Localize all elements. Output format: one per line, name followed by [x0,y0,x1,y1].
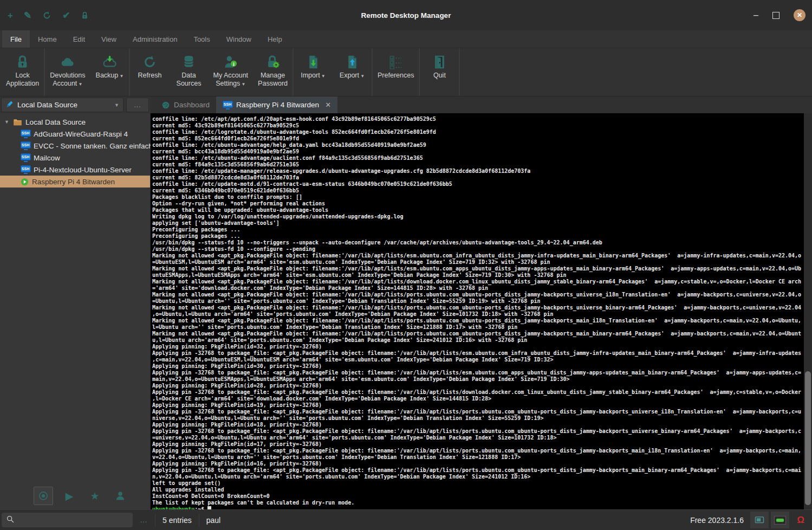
terminal-line: Marking not allowed <apt_pkg.PackageFile… [152,305,804,311]
terminal-line: Marking not allowed <apt_pkg.PackageFile… [152,292,804,298]
maximize-button[interactable] [772,12,779,19]
ssh-monitor-icon: SSH [223,101,232,109]
terminal-line: conffile line: /etc/apt/apt.conf.d/20apt… [152,116,804,122]
tree-item-mailcow[interactable]: SSHMailcow [0,152,150,164]
record-button[interactable] [34,487,53,505]
lock-icon [15,55,30,69]
sidebar: ▼Local Data SourceSSHAdGuard-WireGuard-R… [0,113,151,509]
terminal-line: ,o=Ubuntu,l=Ubuntu arch='arm64' site='po… [152,311,804,318]
manage-password-button[interactable]: Manage Password [253,48,293,96]
scrollbar-thumb[interactable] [805,371,811,505]
tab-close-icon[interactable]: ✕ [325,101,331,109]
terminal-line: Applying pinning: PkgFilePin(id=30, prio… [152,363,804,370]
expander-icon[interactable]: ▼ [4,119,10,125]
tab-bar: DashboardSSHRaspberry Pi 4 Bitwarden✕ [151,96,812,113]
ssh-terminal[interactable]: conffile line: /etc/apt/apt.conf.d/20apt… [151,113,804,509]
edit-entry-icon[interactable]: ✎ [24,11,31,20]
chevron-down-icon: ▼ [77,82,82,87]
menu-file[interactable]: File [2,30,30,48]
tree-item-raspberry-pi-4-bitwarden[interactable]: Raspberry Pi 4 Bitwarden [0,176,150,188]
quit-button[interactable]: Quit [420,48,459,96]
refresh-icon[interactable] [42,11,51,20]
titlebar: +✎✔ Remote Desktop Manager – ✕ [0,0,812,30]
backup-button[interactable]: Backup ▼ [90,48,129,96]
terminal-scrollbar[interactable] [804,113,812,509]
terminal-line: Applying pin -32768 to package_file: <ap… [152,350,804,357]
data-source-more-button[interactable]: ... [126,98,149,112]
status-green-bar-icon [774,516,786,525]
tab-dashboard[interactable]: Dashboard [155,96,216,113]
preferences-button[interactable]: Preferences [373,48,419,96]
status-indicator-button[interactable] [771,512,789,528]
menu-help[interactable]: Help [259,30,290,48]
magnet-icon-button[interactable]: Ω [791,512,810,528]
lock-icon[interactable] [81,11,89,20]
search-input[interactable] [15,515,120,525]
terminal-line: Preconfiguring packages ... [152,233,804,240]
chevron-down-icon: ▼ [118,74,124,79]
terminal-line: v=22.04,o=Ubuntu,l=Ubuntu arch='' site='… [152,454,804,461]
app-window: +✎✔ Remote Desktop Manager – ✕ FileHomeE… [0,0,812,530]
terminal-line: Applying pinning: PkgFilePin(id=19, prio… [152,402,804,409]
close-button[interactable]: ✕ [794,9,805,21]
terminal-line: =universe,v=22.04,o=Ubuntu,l=Ubuntu arch… [152,435,804,441]
titlebar-quick-actions: +✎✔ [0,11,89,20]
minimize-button[interactable]: – [753,11,758,20]
menu-window[interactable]: Window [218,30,259,48]
terminal-line: Packages blacklist due to conffile promp… [152,194,804,201]
menu-view[interactable]: View [93,30,125,48]
doc-export-icon [345,55,360,69]
terminal-line: Applying pin -32768 to package_file: <ap… [152,428,804,435]
tab-raspberry-pi-4-bitwarden[interactable]: SSHRaspberry Pi 4 Bitwarden✕ [216,96,337,113]
tree-root-label: Local Data Source [25,118,86,126]
toolbar-button-label: Devolutions Account ▼ [50,72,85,88]
terminal-line: current md5: f84a9c135c3d556856f9ab6d275… [152,161,804,168]
menu-edit[interactable]: Edit [65,30,93,48]
statusbar-more-button[interactable]: ... [133,516,155,524]
devolutions-account-button[interactable]: Devolutions Account ▼ [45,48,90,96]
terminal-line: Option --dry-run given, *not* performing… [152,201,804,207]
menu-home[interactable]: Home [30,30,65,48]
terminal-line: InstCount=0 DelCount=0 BrokenCount=0 [152,493,804,500]
play-triangle-button[interactable]: ▶ [60,487,79,505]
menu-tools[interactable]: Tools [185,30,218,48]
terminal-line: All upgrades installed [152,487,804,493]
tree-root-local-data-source[interactable]: ▼Local Data Source [0,116,150,128]
terminal-line: left to upgrade set() [152,480,804,487]
star-button[interactable]: ★ [86,487,104,505]
my-account-settings-button[interactable]: My Account Settings ▼ [208,48,253,96]
terminal-line: current md5: 6346b049bc070e0519c621de0f6… [152,188,804,194]
checkmark-icon[interactable]: ✔ [62,11,70,20]
menu-administration[interactable]: Administration [125,30,185,48]
ssh-monitor-icon: SSH [21,141,30,150]
console-view-button[interactable] [750,512,769,528]
tree-item-label: AdGuard-WireGuard-Raspi 4 [34,130,128,138]
monitor-icon [755,515,764,525]
toolbar-button-label: Lock Application [6,72,39,88]
door-icon [432,55,447,69]
terminal-line: Marking not allowed <apt_pkg.PackageFile… [152,318,804,324]
tree-item-adguard-wireguard-raspi-4[interactable]: SSHAdGuard-WireGuard-Raspi 4 [0,128,150,140]
search-box[interactable] [2,513,133,527]
import-button[interactable]: Import ▼ [294,48,333,96]
terminal-line: current md5: 852ec664fd0f1ecb26e726f5e80… [152,135,804,142]
refresh-button[interactable]: Refresh [130,48,169,96]
toolbar-button-label: Quit [433,72,446,80]
user-button[interactable] [111,487,129,505]
connection-tree: ▼Local Data SourceSSHAdGuard-WireGuard-R… [0,113,150,188]
search-icon [6,515,15,526]
toolbar-button-label: Manage Password [258,72,288,88]
add-entry-icon[interactable]: + [8,11,13,20]
data-sources-button[interactable]: Data Sources [169,48,208,96]
export-button[interactable]: Export ▼ [333,48,372,96]
data-source-value: Local Data Source [17,101,77,109]
ssh-monitor-icon: SSH [21,153,30,162]
user-info-icon [223,55,238,69]
data-source-selector[interactable]: Local Data Source ▼ [1,98,124,112]
tree-item-pi-4-nextcloud-ubuntu-server[interactable]: SSHPi-4-Nextcloud-Ubuntu-Server [0,164,150,176]
terminal-line: Marking not allowed <apt_pkg.PackageFile… [152,253,804,259]
lock-application-button[interactable]: Lock Application [1,48,44,96]
toolbar-button-label: Import ▼ [301,72,326,80]
terminal-line: niverse,v=22.04,o=Ubuntu,l=Ubuntu arch='… [152,415,804,422]
tree-item-evcc-sonne-tanken-ganz-einfach[interactable]: SSHEVCC - Sonne tanken. Ganz einfach. [0,140,150,152]
